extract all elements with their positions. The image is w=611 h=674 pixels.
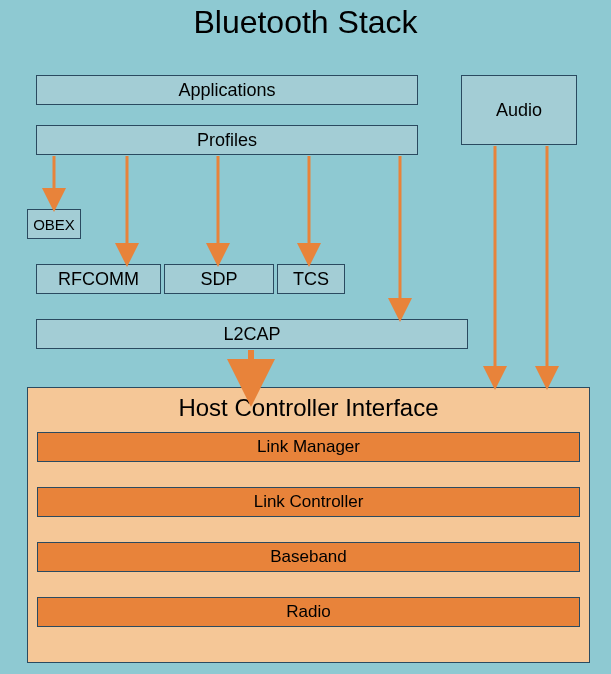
hci-container: Host Controller Interface Link Manager L… bbox=[27, 387, 590, 663]
box-sdp: SDP bbox=[164, 264, 274, 294]
box-applications: Applications bbox=[36, 75, 418, 105]
hci-row-link-controller: Link Controller bbox=[37, 487, 580, 517]
box-rfcomm: RFCOMM bbox=[36, 264, 161, 294]
box-audio-label: Audio bbox=[496, 100, 542, 121]
box-l2cap: L2CAP bbox=[36, 319, 468, 349]
hci-row-baseband: Baseband bbox=[37, 542, 580, 572]
box-l2cap-label: L2CAP bbox=[223, 324, 280, 345]
box-audio: Audio bbox=[461, 75, 577, 145]
diagram-title: Bluetooth Stack bbox=[0, 4, 611, 41]
hci-title: Host Controller Interface bbox=[28, 394, 589, 422]
box-obex-label: OBEX bbox=[33, 216, 75, 233]
hci-row-baseband-label: Baseband bbox=[270, 547, 347, 567]
box-applications-label: Applications bbox=[178, 80, 275, 101]
hci-row-link-manager: Link Manager bbox=[37, 432, 580, 462]
box-tcs: TCS bbox=[277, 264, 345, 294]
box-tcs-label: TCS bbox=[293, 269, 329, 290]
box-sdp-label: SDP bbox=[200, 269, 237, 290]
box-obex: OBEX bbox=[27, 209, 81, 239]
hci-row-link-controller-label: Link Controller bbox=[254, 492, 364, 512]
hci-row-radio-label: Radio bbox=[286, 602, 330, 622]
hci-row-link-manager-label: Link Manager bbox=[257, 437, 360, 457]
box-profiles-label: Profiles bbox=[197, 130, 257, 151]
box-rfcomm-label: RFCOMM bbox=[58, 269, 139, 290]
box-profiles: Profiles bbox=[36, 125, 418, 155]
hci-row-radio: Radio bbox=[37, 597, 580, 627]
